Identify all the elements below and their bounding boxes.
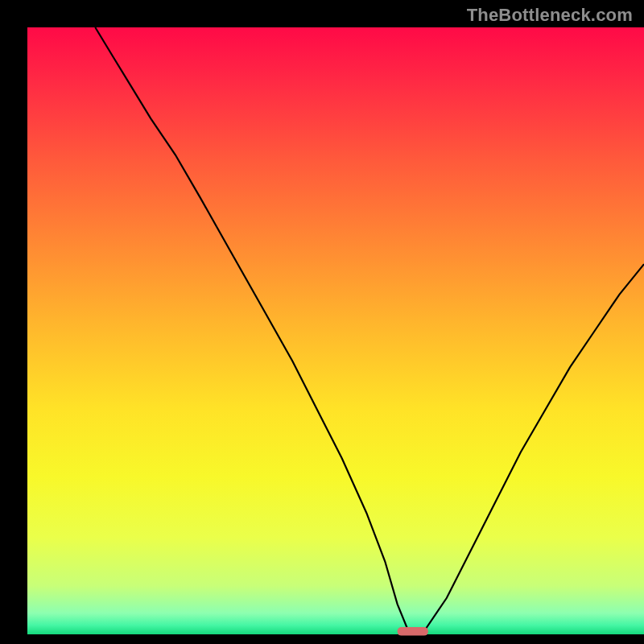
- chart-stage: TheBottleneck.com: [0, 0, 644, 644]
- flat-bottom-marker: [398, 627, 428, 636]
- plot-background: [27, 27, 644, 634]
- bottleneck-chart: [0, 0, 644, 644]
